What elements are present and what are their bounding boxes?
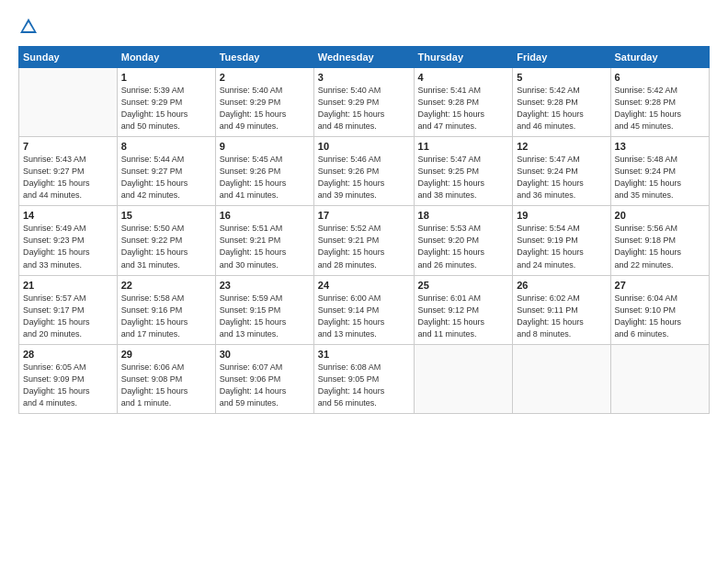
day-number: 9: [220, 141, 310, 152]
logo-icon: [18, 17, 39, 37]
day-info: Sunrise: 5:58 AM Sunset: 9:16 PM Dayligh…: [121, 293, 211, 340]
calendar-cell: 12Sunrise: 5:47 AM Sunset: 9:24 PM Dayli…: [513, 137, 610, 206]
calendar-body: 1Sunrise: 5:39 AM Sunset: 9:29 PM Daylig…: [19, 68, 710, 414]
calendar-cell: 2Sunrise: 5:40 AM Sunset: 9:29 PM Daylig…: [215, 68, 313, 137]
day-of-week-header: Wednesday: [313, 47, 414, 68]
calendar-cell: 27Sunrise: 6:04 AM Sunset: 9:10 PM Dayli…: [610, 275, 709, 344]
day-info: Sunrise: 6:07 AM Sunset: 9:06 PM Dayligh…: [220, 362, 310, 409]
day-info: Sunrise: 5:42 AM Sunset: 9:28 PM Dayligh…: [615, 85, 705, 132]
day-number: 16: [220, 210, 310, 221]
day-info: Sunrise: 5:48 AM Sunset: 9:24 PM Dayligh…: [615, 154, 705, 201]
day-number: 28: [23, 349, 113, 360]
day-info: Sunrise: 5:51 AM Sunset: 9:21 PM Dayligh…: [220, 223, 310, 270]
day-number: 2: [220, 72, 310, 83]
calendar-cell: 14Sunrise: 5:49 AM Sunset: 9:23 PM Dayli…: [19, 206, 118, 275]
day-of-week-header: Sunday: [19, 47, 118, 68]
calendar-cell: 8Sunrise: 5:44 AM Sunset: 9:27 PM Daylig…: [117, 137, 215, 206]
day-info: Sunrise: 5:57 AM Sunset: 9:17 PM Dayligh…: [23, 293, 113, 340]
day-info: Sunrise: 5:56 AM Sunset: 9:18 PM Dayligh…: [615, 223, 705, 270]
day-info: Sunrise: 6:00 AM Sunset: 9:14 PM Dayligh…: [318, 293, 410, 340]
day-number: 23: [220, 280, 310, 291]
calendar-cell: 22Sunrise: 5:58 AM Sunset: 9:16 PM Dayli…: [117, 275, 215, 344]
calendar-cell: 7Sunrise: 5:43 AM Sunset: 9:27 PM Daylig…: [19, 137, 118, 206]
day-number: 27: [615, 280, 705, 291]
calendar-cell: 29Sunrise: 6:06 AM Sunset: 9:08 PM Dayli…: [117, 344, 215, 413]
calendar-cell: 30Sunrise: 6:07 AM Sunset: 9:06 PM Dayli…: [215, 344, 313, 413]
day-number: 17: [318, 210, 410, 221]
day-number: 14: [23, 210, 113, 221]
calendar-cell: 23Sunrise: 5:59 AM Sunset: 9:15 PM Dayli…: [215, 275, 313, 344]
day-info: Sunrise: 5:53 AM Sunset: 9:20 PM Dayligh…: [418, 223, 509, 270]
calendar-week-row: 21Sunrise: 5:57 AM Sunset: 9:17 PM Dayli…: [19, 275, 710, 344]
calendar-cell: 1Sunrise: 5:39 AM Sunset: 9:29 PM Daylig…: [117, 68, 215, 137]
day-info: Sunrise: 5:39 AM Sunset: 9:29 PM Dayligh…: [121, 85, 211, 132]
calendar-week-row: 28Sunrise: 6:05 AM Sunset: 9:09 PM Dayli…: [19, 344, 710, 413]
calendar-header: SundayMondayTuesdayWednesdayThursdayFrid…: [19, 47, 710, 68]
calendar-cell: 16Sunrise: 5:51 AM Sunset: 9:21 PM Dayli…: [215, 206, 313, 275]
day-info: Sunrise: 6:05 AM Sunset: 9:09 PM Dayligh…: [23, 362, 113, 409]
day-info: Sunrise: 5:41 AM Sunset: 9:28 PM Dayligh…: [418, 85, 509, 132]
day-info: Sunrise: 5:44 AM Sunset: 9:27 PM Dayligh…: [121, 154, 211, 201]
page: SundayMondayTuesdayWednesdayThursdayFrid…: [0, 0, 728, 563]
day-info: Sunrise: 5:47 AM Sunset: 9:25 PM Dayligh…: [418, 154, 509, 201]
day-number: 25: [418, 280, 509, 291]
day-number: 29: [121, 349, 211, 360]
calendar-cell: [414, 344, 513, 413]
day-info: Sunrise: 5:45 AM Sunset: 9:26 PM Dayligh…: [220, 154, 310, 201]
day-number: 11: [418, 141, 509, 152]
day-number: 1: [121, 72, 211, 83]
calendar-cell: 24Sunrise: 6:00 AM Sunset: 9:14 PM Dayli…: [313, 275, 414, 344]
day-number: 8: [121, 141, 211, 152]
calendar-cell: 21Sunrise: 5:57 AM Sunset: 9:17 PM Dayli…: [19, 275, 118, 344]
calendar-cell: 9Sunrise: 5:45 AM Sunset: 9:26 PM Daylig…: [215, 137, 313, 206]
calendar-cell: 20Sunrise: 5:56 AM Sunset: 9:18 PM Dayli…: [610, 206, 709, 275]
calendar-table: SundayMondayTuesdayWednesdayThursdayFrid…: [18, 46, 710, 414]
calendar-cell: 11Sunrise: 5:47 AM Sunset: 9:25 PM Dayli…: [414, 137, 513, 206]
day-of-week-header: Thursday: [414, 47, 513, 68]
day-info: Sunrise: 5:49 AM Sunset: 9:23 PM Dayligh…: [23, 223, 113, 270]
day-of-week-header: Friday: [513, 47, 610, 68]
calendar-cell: 15Sunrise: 5:50 AM Sunset: 9:22 PM Dayli…: [117, 206, 215, 275]
day-number: 19: [517, 210, 606, 221]
day-info: Sunrise: 5:54 AM Sunset: 9:19 PM Dayligh…: [517, 223, 606, 270]
day-number: 21: [23, 280, 113, 291]
calendar-cell: 25Sunrise: 6:01 AM Sunset: 9:12 PM Dayli…: [414, 275, 513, 344]
day-info: Sunrise: 5:42 AM Sunset: 9:28 PM Dayligh…: [517, 85, 606, 132]
calendar-cell: 5Sunrise: 5:42 AM Sunset: 9:28 PM Daylig…: [513, 68, 610, 137]
day-of-week-header: Tuesday: [215, 47, 313, 68]
day-info: Sunrise: 6:04 AM Sunset: 9:10 PM Dayligh…: [615, 293, 705, 340]
header: [18, 17, 710, 37]
calendar-cell: 17Sunrise: 5:52 AM Sunset: 9:21 PM Dayli…: [313, 206, 414, 275]
calendar-week-row: 1Sunrise: 5:39 AM Sunset: 9:29 PM Daylig…: [19, 68, 710, 137]
calendar-cell: 18Sunrise: 5:53 AM Sunset: 9:20 PM Dayli…: [414, 206, 513, 275]
calendar-cell: 19Sunrise: 5:54 AM Sunset: 9:19 PM Dayli…: [513, 206, 610, 275]
day-info: Sunrise: 5:47 AM Sunset: 9:24 PM Dayligh…: [517, 154, 606, 201]
day-number: 24: [318, 280, 410, 291]
day-of-week-header: Monday: [117, 47, 215, 68]
day-number: 18: [418, 210, 509, 221]
day-number: 7: [23, 141, 113, 152]
day-info: Sunrise: 5:59 AM Sunset: 9:15 PM Dayligh…: [220, 293, 310, 340]
calendar-cell: 26Sunrise: 6:02 AM Sunset: 9:11 PM Dayli…: [513, 275, 610, 344]
day-info: Sunrise: 5:46 AM Sunset: 9:26 PM Dayligh…: [318, 154, 410, 201]
day-number: 6: [615, 72, 705, 83]
day-info: Sunrise: 5:40 AM Sunset: 9:29 PM Dayligh…: [318, 85, 410, 132]
calendar-cell: 4Sunrise: 5:41 AM Sunset: 9:28 PM Daylig…: [414, 68, 513, 137]
day-number: 13: [615, 141, 705, 152]
calendar-cell: 10Sunrise: 5:46 AM Sunset: 9:26 PM Dayli…: [313, 137, 414, 206]
calendar-cell: [513, 344, 610, 413]
day-info: Sunrise: 6:02 AM Sunset: 9:11 PM Dayligh…: [517, 293, 606, 340]
day-info: Sunrise: 5:52 AM Sunset: 9:21 PM Dayligh…: [318, 223, 410, 270]
day-of-week-header: Saturday: [610, 47, 709, 68]
calendar-cell: [19, 68, 118, 137]
calendar-cell: 28Sunrise: 6:05 AM Sunset: 9:09 PM Dayli…: [19, 344, 118, 413]
calendar-cell: 31Sunrise: 6:08 AM Sunset: 9:05 PM Dayli…: [313, 344, 414, 413]
day-info: Sunrise: 6:01 AM Sunset: 9:12 PM Dayligh…: [418, 293, 509, 340]
calendar-cell: 13Sunrise: 5:48 AM Sunset: 9:24 PM Dayli…: [610, 137, 709, 206]
day-info: Sunrise: 5:40 AM Sunset: 9:29 PM Dayligh…: [220, 85, 310, 132]
calendar-week-row: 14Sunrise: 5:49 AM Sunset: 9:23 PM Dayli…: [19, 206, 710, 275]
day-info: Sunrise: 6:08 AM Sunset: 9:05 PM Dayligh…: [318, 362, 410, 409]
day-info: Sunrise: 5:50 AM Sunset: 9:22 PM Dayligh…: [121, 223, 211, 270]
day-number: 31: [318, 349, 410, 360]
day-info: Sunrise: 5:43 AM Sunset: 9:27 PM Dayligh…: [23, 154, 113, 201]
